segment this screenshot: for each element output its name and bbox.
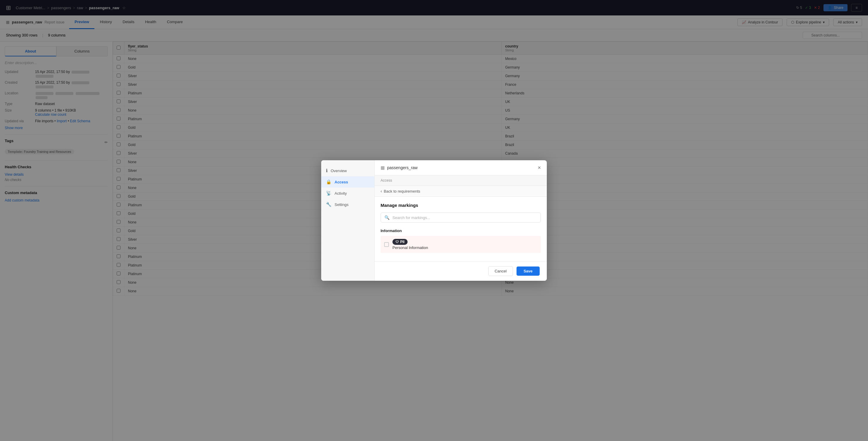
save-button[interactable]: Save (517, 266, 540, 276)
search-markings-icon: 🔍 (384, 215, 390, 220)
information-category-title: Information (380, 228, 541, 233)
pii-marking-content: 🛡 PII Personal Information (393, 239, 428, 250)
modal-close-button[interactable]: × (537, 165, 541, 170)
modal-header-icon: ▦ (380, 165, 385, 170)
overview-icon: ℹ (326, 168, 328, 173)
back-to-requirements[interactable]: ‹ Back to requirements (375, 186, 547, 197)
pii-checkbox[interactable] (384, 242, 389, 247)
markings-category-information: Information 🛡 PII Personal Information (380, 228, 541, 253)
modal-overlay[interactable]: ℹ Overview 🔒 Access 📡 Activity 🔧 Setting… (0, 0, 868, 441)
pii-description: Personal Information (393, 245, 428, 250)
activity-icon: 📡 (326, 191, 332, 196)
access-icon: 🔒 (326, 179, 332, 185)
sidebar-item-overview[interactable]: ℹ Overview (321, 165, 374, 176)
sidebar-item-settings[interactable]: 🔧 Settings (321, 199, 374, 210)
modal-sidebar: ℹ Overview 🔒 Access 📡 Activity 🔧 Setting… (321, 160, 375, 281)
modal-body: Manage markings 🔍 Information 🛡 PII (375, 197, 547, 261)
modal-header: ▦ passengers_raw × (375, 160, 547, 176)
shield-icon: 🛡 (395, 240, 399, 244)
search-markings-input[interactable] (393, 216, 537, 220)
sidebar-item-activity[interactable]: 📡 Activity (321, 188, 374, 199)
modal-footer: Cancel Save (375, 261, 547, 281)
back-arrow-icon: ‹ (380, 189, 382, 193)
modal-access-label: Access (375, 176, 547, 186)
pii-badge: 🛡 PII (393, 239, 408, 245)
modal-title: passengers_raw (387, 165, 418, 170)
modal-container: ℹ Overview 🔒 Access 📡 Activity 🔧 Setting… (321, 160, 547, 281)
marking-row-pii: 🛡 PII Personal Information (380, 236, 541, 253)
modal-main: ▦ passengers_raw × Access ‹ Back to requ… (375, 160, 547, 281)
settings-icon: 🔧 (326, 202, 332, 207)
sidebar-item-access[interactable]: 🔒 Access (321, 176, 374, 188)
search-markings-container: 🔍 (380, 213, 541, 223)
cancel-button[interactable]: Cancel (488, 266, 513, 276)
manage-markings-title: Manage markings (380, 203, 541, 208)
